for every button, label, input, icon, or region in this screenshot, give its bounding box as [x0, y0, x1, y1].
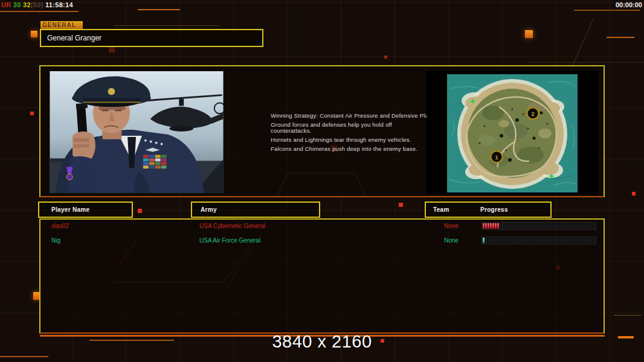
header-player-name-label: Player Name: [51, 206, 89, 213]
start-marker-1: 1: [491, 151, 503, 163]
progress-segment: [497, 223, 499, 229]
progress-segment: [564, 238, 566, 243]
deco-square: [31, 31, 37, 37]
progress-segment: [529, 223, 530, 229]
progress-segment: [512, 223, 514, 229]
deco-line: [607, 37, 634, 38]
progress-segment: [492, 238, 494, 243]
progress-segment: [567, 238, 568, 243]
player-name: Nig: [51, 234, 60, 247]
header-progress-label: Progress: [480, 203, 508, 217]
progress-segment: [526, 238, 528, 243]
briefing-line: Ground forces and defenses help you hold…: [271, 122, 433, 133]
progress-segment: [524, 223, 526, 229]
progress-segment: [548, 223, 550, 229]
general-name-box: General Granger: [40, 29, 263, 47]
progress-segment: [536, 238, 538, 243]
progress-segment: [541, 238, 543, 243]
progress-segment: [543, 238, 545, 243]
progress-segment: [517, 223, 518, 229]
progress-segment: [560, 223, 562, 229]
progress-segment: [546, 238, 547, 243]
player-team: None: [444, 234, 459, 247]
progress-segment: [584, 238, 585, 243]
progress-segment: [550, 238, 552, 243]
progress-segment: [526, 223, 528, 229]
progress-segment: [581, 223, 583, 229]
progress-segment: [574, 238, 576, 243]
progress-segment: [555, 238, 557, 243]
progress-segment: [543, 223, 545, 229]
header-team-progress: Team Progress: [425, 202, 552, 218]
player-row: NigUSA Air Force GeneralNone: [40, 234, 604, 249]
progress-segment: [546, 223, 547, 229]
player-row: xlax02USA Cybernetic GeneralNone: [40, 220, 604, 234]
progress-segment: [558, 223, 559, 229]
marker-1-label: 1: [495, 154, 498, 160]
progress-segment: [507, 223, 509, 229]
header-team-label: Team: [433, 203, 449, 217]
marker-2-label: 2: [531, 111, 534, 117]
progress-segment: [576, 223, 578, 229]
progress-segment: [500, 223, 501, 229]
deco-square: [33, 292, 39, 300]
progress-segment: [593, 223, 595, 229]
briefing-line: Falcons and Chimeras push deep into the …: [271, 146, 433, 152]
load-progress-bar: [481, 237, 596, 244]
progress-segment: [512, 238, 514, 243]
progress-segment: [562, 238, 564, 243]
load-progress-bar: [481, 222, 596, 230]
progress-segment: [579, 238, 581, 243]
progress-segment: [586, 223, 588, 229]
progress-segment: [581, 238, 583, 243]
deco-line: [114, 25, 219, 26]
deco-line: [0, 356, 48, 357]
progress-segment: [572, 223, 573, 229]
progress-segment: [553, 238, 555, 243]
fps-value2: 32: [23, 1, 31, 8]
deco-line: [138, 9, 180, 10]
progress-segment: [500, 238, 501, 243]
progress-segment: [485, 238, 487, 243]
progress-segment: [584, 223, 585, 229]
loading-screen: UR 30 32[50] 11:58:14 00:00:00 GENERAL G…: [0, 0, 644, 362]
progress-segment: [593, 238, 595, 243]
player-rows: xlax02USA Cybernetic GeneralNoneNigUSA A…: [40, 220, 604, 249]
progress-segment: [569, 238, 571, 243]
progress-segment: [533, 223, 535, 229]
deco-square: [632, 192, 636, 195]
briefing-line: Hornets and Lightnings tear through enem…: [271, 137, 433, 143]
player-name: xlax02: [51, 220, 69, 233]
progress-segment: [538, 238, 540, 243]
progress-segment: [550, 223, 552, 229]
general-portrait: [49, 71, 224, 194]
deco-square: [30, 112, 34, 115]
progress-segment: [514, 223, 516, 229]
progress-segment: [483, 238, 485, 243]
progress-segment: [569, 223, 571, 229]
progress-segment: [488, 223, 489, 229]
progress-segment: [586, 238, 588, 243]
briefing-line: Winning Strategy: Constant Air Pressure …: [271, 113, 433, 119]
deco-line: [529, 62, 644, 63]
progress-segment: [591, 223, 593, 229]
player-team: None: [444, 220, 459, 233]
progress-segment: [519, 238, 521, 243]
map-preview: 2 1: [427, 71, 598, 194]
resolution-watermark: 3840 x 2160: [0, 332, 644, 352]
progress-segment: [574, 223, 576, 229]
system-clock: 11:58:14: [45, 1, 73, 8]
progress-segment: [514, 238, 516, 243]
progress-segment: [564, 223, 566, 229]
progress-segment: [521, 223, 523, 229]
progress-segment: [509, 238, 511, 243]
progress-segment: [555, 223, 557, 229]
progress-segment: [517, 238, 518, 243]
progress-segment: [509, 223, 511, 229]
progress-segment: [533, 238, 535, 243]
progress-segment: [588, 223, 590, 229]
match-timer: 00:00:00: [616, 1, 642, 8]
general-tab-label: GENERAL: [40, 21, 83, 29]
deco-line: [0, 11, 79, 12]
progress-segment: [579, 223, 581, 229]
